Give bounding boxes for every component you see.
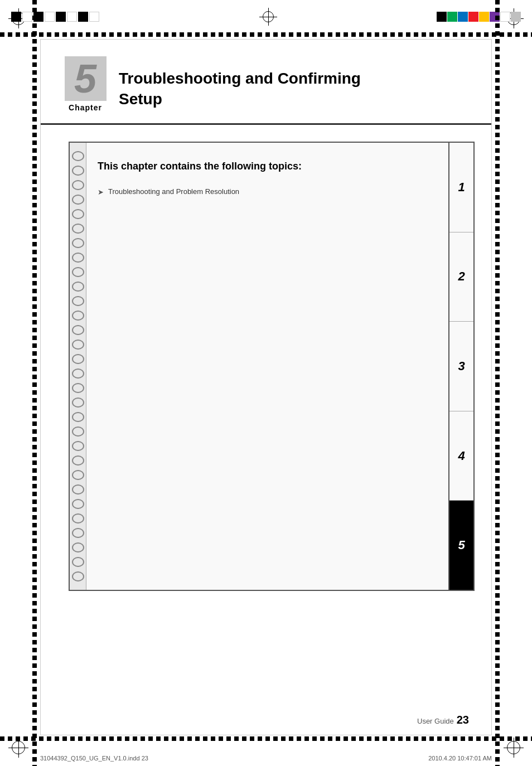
registration-squares-left xyxy=(11,12,99,22)
center-crosshair xyxy=(259,8,277,26)
notebook-item-1: ➤ Troubleshooting and Problem Resolution xyxy=(98,187,434,196)
spiral-coil xyxy=(72,340,84,350)
spiral-coil xyxy=(72,369,84,379)
top-marks-area xyxy=(0,0,532,33)
top-border-dashes xyxy=(0,32,532,37)
spiral-coil xyxy=(72,311,84,321)
spiral-coil xyxy=(72,209,84,219)
notebook-item-text-1: Troubleshooting and Problem Resolution xyxy=(108,187,239,196)
chapter-label: Chapter xyxy=(69,103,102,112)
chapter-number-background: 5 xyxy=(65,56,107,101)
spiral-coil xyxy=(72,470,84,480)
page-footer: User Guide 23 xyxy=(417,714,469,726)
tab-2[interactable]: 2 xyxy=(449,232,473,322)
tab-1[interactable]: 1 xyxy=(449,143,473,232)
spiral-coil xyxy=(72,325,84,335)
spiral-coil xyxy=(72,571,84,581)
chapter-header: 5 Chapter Troubleshooting and Confirming… xyxy=(41,40,491,125)
tab-3[interactable]: 3 xyxy=(449,322,473,411)
spiral-coil xyxy=(72,557,84,567)
spiral-coil xyxy=(72,542,84,552)
center-registration xyxy=(259,8,277,26)
spiral-coil xyxy=(72,166,84,176)
spiral-coil xyxy=(72,195,84,205)
spiral-coil xyxy=(72,151,84,161)
user-guide-label: User Guide xyxy=(417,717,454,725)
notebook-intro-text: This chapter contains the following topi… xyxy=(98,159,434,173)
spiral-coil xyxy=(72,253,84,263)
tab-numbers: 1 2 3 4 5 xyxy=(448,143,473,590)
left-border-dashes xyxy=(32,0,37,766)
spiral-coil xyxy=(72,383,84,393)
spiral-coil xyxy=(72,412,84,422)
notebook-content: This chapter contains the following topi… xyxy=(86,143,448,590)
spiral-coil xyxy=(72,282,84,292)
doc-footer: 31044392_Q150_UG_EN_V1.0.indd 23 2010.4.… xyxy=(0,755,532,762)
chapter-number: 5 xyxy=(74,59,96,99)
spiral-coil xyxy=(72,455,84,466)
spiral-coil xyxy=(72,267,84,277)
spiral-coil xyxy=(72,224,84,234)
doc-footer-left: 31044392_Q150_UG_EN_V1.0.indd 23 xyxy=(40,755,148,762)
notebook: This chapter contains the following topi… xyxy=(69,142,475,591)
spiral-coil xyxy=(72,354,84,364)
spiral-coil xyxy=(72,499,84,509)
spiral-coil xyxy=(72,528,84,538)
main-body: This chapter contains the following topi… xyxy=(41,125,491,608)
spiral-coil xyxy=(72,484,84,494)
spiral-coil xyxy=(72,441,84,451)
spiral-coil xyxy=(72,296,84,306)
doc-footer-right: 2010.4.20 10:47:01 AM xyxy=(428,755,492,762)
spiral-coil xyxy=(72,397,84,408)
color-registration-blocks xyxy=(437,12,521,22)
page-number: 23 xyxy=(457,714,469,726)
spiral-coil xyxy=(72,238,84,248)
tab-5[interactable]: 5 xyxy=(449,501,473,590)
right-border-dashes xyxy=(495,0,500,766)
page-content-area: 5 Chapter Troubleshooting and Confirming… xyxy=(40,39,492,735)
bottom-border-dashes xyxy=(0,736,532,741)
chapter-number-block: 5 Chapter xyxy=(63,56,108,112)
chapter-title: Troubleshooting and Confirming Setup xyxy=(119,69,469,112)
spiral-coil xyxy=(72,513,84,523)
tab-4[interactable]: 4 xyxy=(449,411,473,501)
spiral-coil xyxy=(72,426,84,437)
spiral-binding xyxy=(70,143,86,590)
arrow-icon-1: ➤ xyxy=(98,188,104,196)
spiral-coil xyxy=(72,180,84,190)
